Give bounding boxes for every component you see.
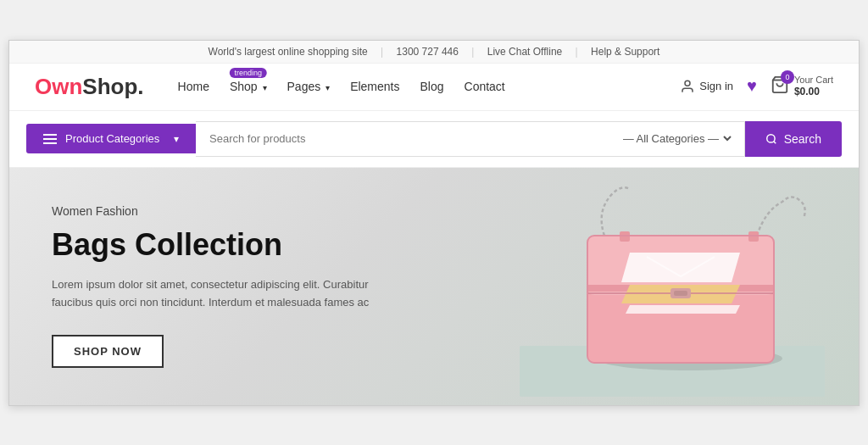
trending-badge: trending (229, 68, 267, 78)
search-bar: Product Categories ▾ — All Categories — … (9, 111, 859, 168)
signin-button[interactable]: Sign in (680, 79, 733, 94)
top-bar: World's largest online shopping site | 1… (9, 41, 859, 64)
category-chevron-icon: ▾ (174, 133, 179, 145)
category-btn-label: Product Categories (65, 132, 165, 145)
signin-label: Sign in (699, 80, 733, 92)
category-select[interactable]: — All Categories — (620, 131, 734, 146)
nav-blog[interactable]: Blog (420, 80, 443, 93)
svg-point-0 (685, 81, 690, 86)
hero-bag-image (520, 176, 825, 397)
pages-arrow-icon: ▾ (326, 83, 330, 92)
separator-2: | (471, 46, 474, 58)
svg-rect-14 (674, 291, 687, 296)
phone[interactable]: 1300 727 446 (397, 46, 459, 58)
header: OwnShop. Home trending Shop ▾ Pages ▾ El… (9, 64, 859, 111)
cart-icon-wrap: 0 (771, 75, 789, 97)
nav-contact[interactable]: Contact (465, 80, 505, 93)
search-btn-label: Search (784, 132, 821, 146)
live-chat[interactable]: Live Chat Offline (487, 46, 563, 58)
nav-elements[interactable]: Elements (350, 80, 399, 93)
hero-section: Women Fashion Bags Collection Lorem ipsu… (9, 168, 859, 405)
nav-pages[interactable]: Pages ▾ (287, 80, 331, 93)
separator-1: | (381, 46, 383, 58)
nav-shop[interactable]: trending Shop ▾ (230, 80, 267, 93)
svg-marker-9 (621, 253, 740, 282)
search-input[interactable] (196, 121, 609, 157)
header-actions: Sign in ♥ 0 Your Cart $0.00 (680, 75, 833, 98)
svg-marker-11 (626, 305, 740, 314)
help-support[interactable]: Help & Support (591, 46, 659, 58)
shop-arrow-icon: ▾ (263, 83, 267, 92)
logo-dot: . (137, 74, 143, 100)
hero-subtitle: Women Fashion (52, 204, 408, 218)
logo-own: Own (35, 74, 82, 100)
search-button[interactable]: Search (745, 121, 842, 157)
logo-shop: Shop (82, 74, 137, 100)
heart-icon: ♥ (747, 76, 757, 96)
hero-title: Bags Collection (52, 226, 408, 263)
shop-now-button[interactable]: SHOP NOW (52, 335, 164, 368)
cart-amount: $0.00 (794, 86, 833, 97)
cart-button[interactable]: 0 Your Cart $0.00 (771, 75, 833, 98)
nav-home[interactable]: Home (178, 80, 209, 93)
cart-text: Your Cart $0.00 (794, 75, 833, 98)
hero-content: Women Fashion Bags Collection Lorem ipsu… (52, 204, 408, 369)
logo[interactable]: OwnShop. (35, 74, 144, 100)
cart-label: Your Cart (794, 75, 833, 85)
svg-point-2 (766, 134, 774, 142)
hero-description: Lorem ipsum dolor sit amet, consectetur … (52, 276, 408, 312)
search-icon (765, 133, 777, 145)
main-nav: Home trending Shop ▾ Pages ▾ Elements Bl… (178, 80, 681, 93)
cart-count-badge: 0 (781, 70, 794, 84)
category-button[interactable]: Product Categories ▾ (26, 124, 196, 153)
wishlist-button[interactable]: ♥ (747, 76, 757, 96)
svg-line-3 (773, 141, 776, 143)
category-select-wrap: — All Categories — (609, 121, 745, 157)
user-icon (680, 79, 695, 94)
menu-icon (43, 134, 57, 144)
tagline: World's largest online shopping site (209, 46, 368, 58)
separator-3: | (576, 46, 578, 58)
